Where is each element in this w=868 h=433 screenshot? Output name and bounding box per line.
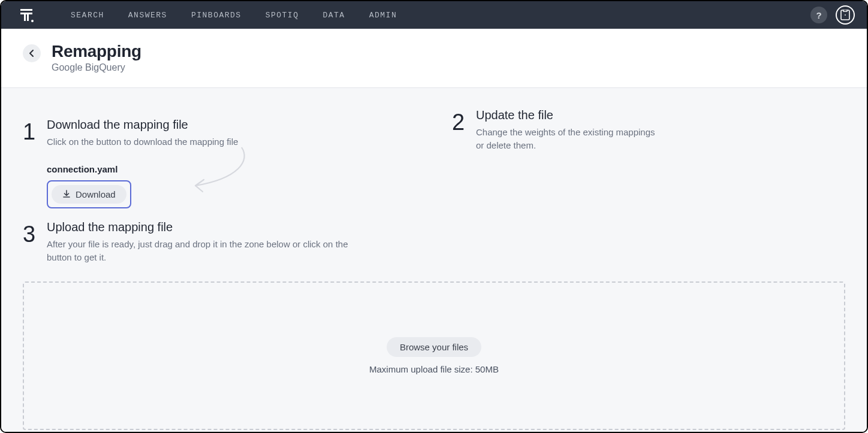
nav-link-answers[interactable]: ANSWERS (128, 11, 167, 20)
step-3: 3 Upload the mapping file After your fil… (23, 220, 442, 264)
svg-point-4 (31, 20, 34, 22)
step-2-title: Update the file (476, 108, 845, 122)
browse-files-button[interactable]: Browse your files (387, 337, 481, 357)
content-area: 1 Download the mapping file Click on the… (1, 88, 867, 433)
page-subtitle: Google BigQuery (52, 62, 141, 73)
svg-rect-6 (843, 10, 847, 11)
download-button[interactable]: Download (52, 185, 126, 204)
step-1-title: Download the mapping file (47, 118, 416, 132)
page-title: Remapping (52, 42, 141, 61)
step-number-1: 1 (23, 120, 36, 143)
download-highlight: Download (47, 180, 131, 208)
nav-right: ? (810, 5, 855, 25)
file-block: connection.yaml Download (47, 164, 416, 208)
step-3-desc: After your file is ready, just drag and … (47, 238, 358, 264)
max-upload-size: Maximum upload file size: 50MB (369, 364, 499, 374)
nav-links: SEARCH ANSWERS PINBOARDS SPOTIQ DATA ADM… (71, 11, 397, 20)
step-2: 2 Update the file Change the weights of … (452, 108, 845, 208)
logo[interactable] (18, 7, 35, 23)
step-number-3: 3 (23, 223, 36, 246)
svg-rect-1 (20, 13, 32, 14)
step-1-desc: Click on the button to download the mapp… (47, 135, 358, 149)
svg-rect-0 (20, 9, 32, 11)
step-number-2: 2 (452, 111, 465, 134)
step-1: 1 Download the mapping file Click on the… (23, 118, 416, 208)
help-button[interactable]: ? (810, 7, 827, 23)
step-3-title: Upload the mapping file (47, 220, 442, 234)
back-button[interactable] (23, 44, 41, 62)
nav-link-data[interactable]: DATA (323, 11, 345, 20)
nav-link-pinboards[interactable]: PINBOARDS (191, 11, 242, 20)
top-navbar: SEARCH ANSWERS PINBOARDS SPOTIQ DATA ADM… (1, 1, 867, 29)
nav-link-admin[interactable]: ADMIN (369, 11, 397, 20)
file-name: connection.yaml (47, 164, 416, 174)
step-2-desc: Change the weights of the existing mappi… (476, 126, 656, 152)
download-icon (62, 190, 71, 198)
nav-link-search[interactable]: SEARCH (71, 11, 104, 20)
avatar[interactable] (836, 5, 855, 25)
upload-dropzone[interactable]: Browse your files Maximum upload file si… (23, 281, 845, 430)
steps-grid: 1 Download the mapping file Click on the… (23, 118, 845, 264)
chevron-left-icon (28, 50, 35, 57)
svg-rect-2 (24, 13, 26, 21)
nav-link-spotiq[interactable]: SPOTIQ (266, 11, 299, 20)
svg-rect-3 (27, 13, 29, 21)
download-button-label: Download (76, 189, 116, 199)
page-header: Remapping Google BigQuery (1, 29, 867, 88)
svg-point-7 (845, 14, 846, 16)
